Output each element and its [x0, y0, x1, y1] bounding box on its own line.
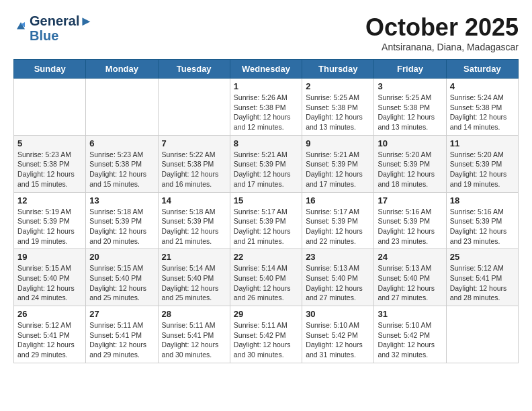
calendar-week-row-0: 1Sunrise: 5:26 AMSunset: 5:38 PMDaylight…: [14, 79, 519, 136]
calendar-cell: 31Sunrise: 5:10 AMSunset: 5:42 PMDayligh…: [374, 306, 446, 363]
calendar-cell: 30Sunrise: 5:10 AMSunset: 5:42 PMDayligh…: [302, 306, 374, 363]
calendar-cell: [14, 79, 86, 136]
day-number: 4: [450, 81, 515, 91]
day-info: Sunrise: 5:21 AMSunset: 5:39 PMDaylight:…: [234, 150, 298, 189]
day-number: 29: [234, 309, 298, 319]
day-info: Sunrise: 5:11 AMSunset: 5:41 PMDaylight:…: [89, 320, 154, 360]
day-number: 26: [17, 309, 82, 319]
day-number: 6: [89, 138, 154, 148]
calendar-cell: 25Sunrise: 5:12 AMSunset: 5:41 PMDayligh…: [446, 249, 518, 306]
day-number: 9: [306, 138, 370, 148]
logo: General► Blue: [13, 13, 93, 43]
calendar-header-wednesday: Wednesday: [230, 60, 302, 79]
day-number: 21: [162, 252, 226, 262]
day-info: Sunrise: 5:12 AMSunset: 5:41 PMDaylight:…: [450, 263, 515, 303]
calendar-cell: 18Sunrise: 5:16 AMSunset: 5:39 PMDayligh…: [446, 192, 518, 249]
day-info: Sunrise: 5:22 AMSunset: 5:38 PMDaylight:…: [162, 150, 226, 189]
day-number: 5: [17, 138, 82, 148]
calendar-cell: 3Sunrise: 5:25 AMSunset: 5:38 PMDaylight…: [374, 79, 446, 136]
day-number: 8: [234, 138, 298, 148]
calendar-cell: 26Sunrise: 5:12 AMSunset: 5:41 PMDayligh…: [14, 306, 86, 363]
calendar-header-saturday: Saturday: [446, 60, 518, 79]
calendar-cell: 27Sunrise: 5:11 AMSunset: 5:41 PMDayligh…: [86, 306, 158, 363]
day-info: Sunrise: 5:16 AMSunset: 5:39 PMDaylight:…: [378, 207, 442, 246]
calendar-week-row-1: 5Sunrise: 5:23 AMSunset: 5:38 PMDaylight…: [14, 135, 519, 192]
day-number: 18: [450, 195, 515, 205]
day-info: Sunrise: 5:26 AMSunset: 5:38 PMDaylight:…: [234, 93, 298, 132]
day-number: 13: [89, 195, 154, 205]
day-info: Sunrise: 5:20 AMSunset: 5:39 PMDaylight:…: [450, 150, 515, 189]
calendar-cell: [86, 79, 158, 136]
calendar-week-row-2: 12Sunrise: 5:19 AMSunset: 5:39 PMDayligh…: [14, 192, 519, 249]
calendar-cell: 6Sunrise: 5:23 AMSunset: 5:38 PMDaylight…: [86, 135, 158, 192]
day-info: Sunrise: 5:11 AMSunset: 5:42 PMDaylight:…: [234, 320, 298, 360]
day-info: Sunrise: 5:25 AMSunset: 5:38 PMDaylight:…: [306, 93, 370, 132]
calendar-cell: [446, 306, 518, 363]
day-info: Sunrise: 5:12 AMSunset: 5:41 PMDaylight:…: [17, 320, 82, 360]
day-info: Sunrise: 5:16 AMSunset: 5:39 PMDaylight:…: [450, 207, 515, 246]
calendar-header-row: SundayMondayTuesdayWednesdayThursdayFrid…: [14, 60, 519, 79]
logo-blue: Blue: [30, 28, 93, 43]
day-number: 14: [162, 195, 226, 205]
calendar-cell: 28Sunrise: 5:11 AMSunset: 5:41 PMDayligh…: [158, 306, 230, 363]
day-number: 22: [234, 252, 298, 262]
day-number: 16: [306, 195, 370, 205]
day-info: Sunrise: 5:14 AMSunset: 5:40 PMDaylight:…: [234, 263, 298, 303]
calendar-cell: 4Sunrise: 5:24 AMSunset: 5:38 PMDaylight…: [446, 79, 518, 136]
calendar-cell: 22Sunrise: 5:14 AMSunset: 5:40 PMDayligh…: [230, 249, 302, 306]
day-info: Sunrise: 5:13 AMSunset: 5:40 PMDaylight:…: [306, 263, 370, 303]
calendar-week-row-4: 26Sunrise: 5:12 AMSunset: 5:41 PMDayligh…: [14, 306, 519, 363]
day-number: 30: [306, 309, 370, 319]
day-number: 27: [89, 309, 154, 319]
page-header: General► Blue October 2025 Antsiranana, …: [13, 13, 519, 52]
calendar-cell: 8Sunrise: 5:21 AMSunset: 5:39 PMDaylight…: [230, 135, 302, 192]
calendar-header-sunday: Sunday: [14, 60, 86, 79]
calendar-cell: 9Sunrise: 5:21 AMSunset: 5:39 PMDaylight…: [302, 135, 374, 192]
day-info: Sunrise: 5:18 AMSunset: 5:39 PMDaylight:…: [89, 207, 154, 246]
calendar-cell: [158, 79, 230, 136]
calendar-header-tuesday: Tuesday: [158, 60, 230, 79]
calendar-table: SundayMondayTuesdayWednesdayThursdayFrid…: [13, 59, 519, 363]
day-number: 7: [162, 138, 226, 148]
calendar-cell: 2Sunrise: 5:25 AMSunset: 5:38 PMDaylight…: [302, 79, 374, 136]
day-number: 2: [306, 81, 370, 91]
day-info: Sunrise: 5:24 AMSunset: 5:38 PMDaylight:…: [450, 93, 515, 132]
title-block: October 2025 Antsiranana, Diana, Madagas…: [365, 13, 519, 52]
calendar-cell: 12Sunrise: 5:19 AMSunset: 5:39 PMDayligh…: [14, 192, 86, 249]
calendar-cell: 19Sunrise: 5:15 AMSunset: 5:40 PMDayligh…: [14, 249, 86, 306]
day-info: Sunrise: 5:15 AMSunset: 5:40 PMDaylight:…: [89, 263, 154, 303]
calendar-cell: 20Sunrise: 5:15 AMSunset: 5:40 PMDayligh…: [86, 249, 158, 306]
day-info: Sunrise: 5:17 AMSunset: 5:39 PMDaylight:…: [234, 207, 298, 246]
day-info: Sunrise: 5:15 AMSunset: 5:40 PMDaylight:…: [17, 263, 82, 303]
calendar-header-monday: Monday: [86, 60, 158, 79]
day-info: Sunrise: 5:17 AMSunset: 5:39 PMDaylight:…: [306, 207, 370, 246]
day-number: 25: [450, 252, 515, 262]
day-info: Sunrise: 5:25 AMSunset: 5:38 PMDaylight:…: [378, 93, 442, 132]
calendar-cell: 24Sunrise: 5:13 AMSunset: 5:40 PMDayligh…: [374, 249, 446, 306]
day-number: 3: [378, 81, 442, 91]
day-info: Sunrise: 5:23 AMSunset: 5:38 PMDaylight:…: [89, 150, 154, 189]
calendar-cell: 7Sunrise: 5:22 AMSunset: 5:38 PMDaylight…: [158, 135, 230, 192]
calendar-cell: 15Sunrise: 5:17 AMSunset: 5:39 PMDayligh…: [230, 192, 302, 249]
logo-icon: [15, 20, 27, 32]
day-number: 10: [378, 138, 442, 148]
month-title: October 2025: [365, 13, 519, 42]
day-info: Sunrise: 5:23 AMSunset: 5:38 PMDaylight:…: [17, 150, 82, 189]
calendar-cell: 10Sunrise: 5:20 AMSunset: 5:39 PMDayligh…: [374, 135, 446, 192]
calendar-cell: 11Sunrise: 5:20 AMSunset: 5:39 PMDayligh…: [446, 135, 518, 192]
calendar-cell: 17Sunrise: 5:16 AMSunset: 5:39 PMDayligh…: [374, 192, 446, 249]
day-number: 12: [17, 195, 82, 205]
day-info: Sunrise: 5:14 AMSunset: 5:40 PMDaylight:…: [162, 263, 226, 303]
day-info: Sunrise: 5:20 AMSunset: 5:39 PMDaylight:…: [378, 150, 442, 189]
calendar-cell: 14Sunrise: 5:18 AMSunset: 5:39 PMDayligh…: [158, 192, 230, 249]
day-number: 31: [378, 309, 442, 319]
day-number: 17: [378, 195, 442, 205]
day-info: Sunrise: 5:10 AMSunset: 5:42 PMDaylight:…: [378, 320, 442, 360]
day-number: 24: [378, 252, 442, 262]
day-number: 28: [162, 309, 226, 319]
day-number: 15: [234, 195, 298, 205]
subtitle: Antsiranana, Diana, Madagascar: [365, 42, 519, 52]
day-info: Sunrise: 5:19 AMSunset: 5:39 PMDaylight:…: [17, 207, 82, 246]
calendar-cell: 29Sunrise: 5:11 AMSunset: 5:42 PMDayligh…: [230, 306, 302, 363]
calendar-header-friday: Friday: [374, 60, 446, 79]
